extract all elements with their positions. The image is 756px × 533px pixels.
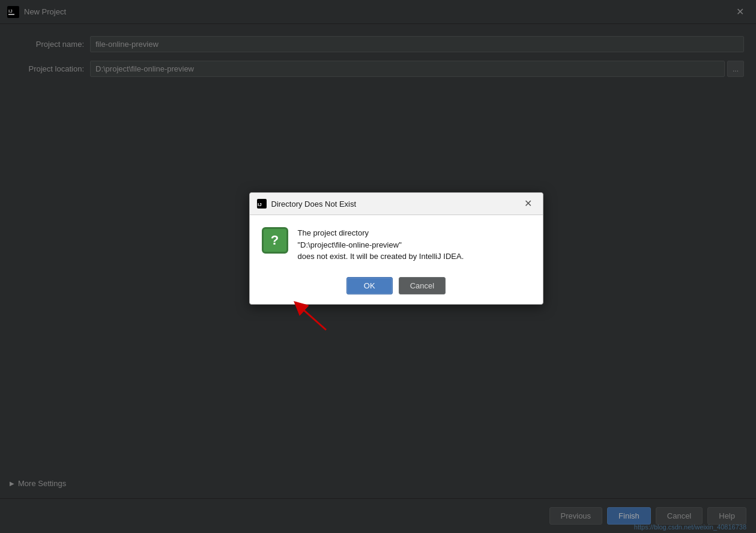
dialog-directory-not-exist: IJ Directory Does Not Exist ✕ ? The proj… — [249, 192, 543, 305]
dialog-ok-button[interactable]: OK — [346, 277, 393, 294]
dialog-title: Directory Does Not Exist — [271, 199, 516, 209]
svg-line-6 — [299, 306, 326, 330]
modal-overlay: IJ Directory Does Not Exist ✕ ? The proj… — [0, 0, 756, 533]
dialog-message-line1: The project directory — [298, 228, 369, 237]
dialog-message: The project directory "D:\project\file-o… — [298, 227, 531, 263]
svg-text:IJ: IJ — [258, 202, 262, 207]
dialog-cancel-button[interactable]: Cancel — [399, 277, 446, 294]
dialog-buttons: OK Cancel — [250, 272, 543, 304]
dialog-intellij-icon: IJ — [257, 199, 267, 209]
dialog-close-button[interactable]: ✕ — [521, 198, 536, 210]
dialog-icon-wrap: ? — [262, 227, 288, 254]
dialog-titlebar: IJ Directory Does Not Exist ✕ — [250, 193, 543, 215]
question-icon: ? — [262, 227, 288, 254]
dialog-message-line3: does not exist. It will be created by In… — [298, 252, 464, 261]
main-window: IJ New Project ✕ Project name: Project l… — [0, 0, 756, 533]
dialog-message-line2: "D:\project\file-online-preview" — [298, 240, 402, 249]
red-arrow-indicator — [293, 301, 329, 333]
dialog-body: ? The project directory "D:\project\file… — [250, 215, 543, 272]
